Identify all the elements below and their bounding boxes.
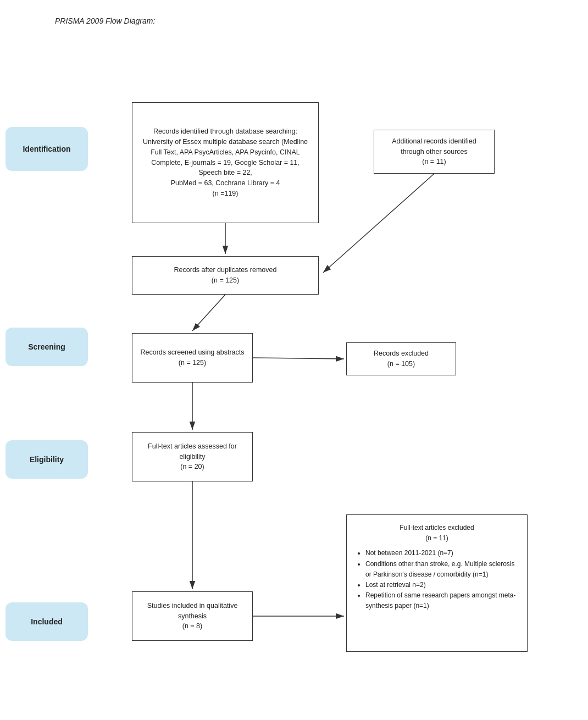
stage-eligibility: Eligibility — [5, 440, 88, 479]
svg-line-2 — [323, 174, 434, 273]
page-title: PRISMA 2009 Flow Diagram: — [55, 16, 588, 25]
svg-line-4 — [253, 358, 344, 359]
stage-screening: Screening — [5, 328, 88, 366]
box-fulltext-assessed: Full-text articles assessed for eligibil… — [132, 432, 253, 481]
box-fulltext-excluded: Full-text articles excluded(n = 11) Not … — [346, 514, 528, 652]
svg-line-3 — [192, 295, 225, 331]
box-excluded-screening: Records excluded (n = 105) — [346, 342, 456, 375]
stage-identification: Identification — [5, 127, 88, 171]
box-after-duplicates: Records after duplicates removed (n = 12… — [132, 256, 319, 295]
stage-included: Included — [5, 602, 88, 641]
box-studies-included: Studies included in qualitative synthesi… — [132, 591, 253, 641]
box-db-search: Records identified through database sear… — [132, 102, 319, 223]
box-additional: Additional records identified through ot… — [374, 130, 495, 174]
diagram-container: Identification Screening Eligibility Inc… — [0, 42, 588, 701]
box-screened: Records screened using abstracts (n = 12… — [132, 333, 253, 383]
